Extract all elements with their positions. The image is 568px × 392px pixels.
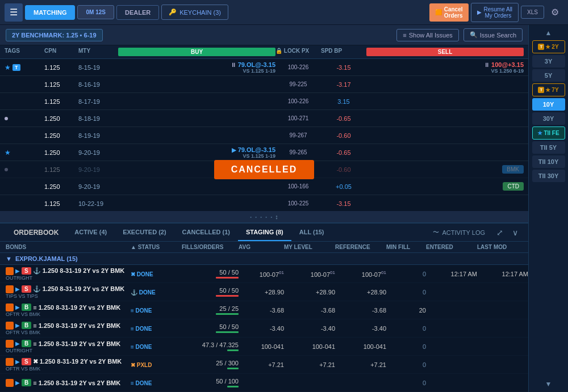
play-icon[interactable]: ▶ [15, 340, 20, 347]
tenor-7y-button[interactable]: T ★ 7Y [532, 83, 565, 96]
tenor-tiife-button[interactable]: ★ TII FE [532, 127, 565, 140]
reference-cell: -3.68 [335, 307, 386, 314]
play-icon[interactable]: ▶ [15, 286, 20, 292]
grid-row[interactable]: 1.125 8-17-19 100-226 3.15 [0, 93, 528, 110]
activity-icon: 〜 [433, 228, 439, 237]
play-icon[interactable]: ▶ [15, 359, 20, 365]
mty-cell: 8-17-19 [78, 98, 118, 105]
lock-cell: 99-267 [275, 132, 321, 138]
cancel-orders-button[interactable]: 🟧 CancelOrders [429, 3, 469, 22]
executed-tab[interactable]: EXECUTED (2) [115, 224, 174, 241]
avg-cell: -3.68 [239, 307, 284, 314]
matching-tab[interactable]: MATCHING [25, 5, 75, 20]
tenor-tii10y-button[interactable]: TII 10Y [532, 155, 565, 168]
scroll-up-icon[interactable]: ▲ [544, 27, 554, 39]
order-row[interactable]: ▶ B ≡ 1.250 8-31-19 2Y vs 2Y BMK OFTR VS… [0, 319, 528, 338]
spd-cell: -0.65 [321, 115, 366, 122]
lock-header: 🔒 LOCK PX [275, 48, 321, 56]
fills-cell: 50 / 100 [182, 378, 239, 387]
collapse-button[interactable]: ∨ [508, 225, 523, 241]
order-row[interactable]: ▶ S ⚓ 1.250 8-31-19 2Y vs 2Y BMK TIPS VS… [0, 283, 528, 301]
grid-row[interactable]: ★T 1.125 8-15-19 ⏸ 79.OL@-3.15VS 1.125 1… [0, 59, 528, 76]
buy-header: BUY [118, 48, 275, 56]
buy-badge: B [22, 304, 31, 311]
spd-cell: +0.05 [321, 183, 366, 190]
grid-row[interactable]: 1.125 8-16-19 99-225 -3.17 [0, 76, 528, 93]
benchmark-label: 2Y BENCHMARK: 1.25 • 6-19 [6, 29, 103, 41]
activity-log-button[interactable]: 〜 ACTIVITY LOG [426, 224, 492, 241]
cpn-cell: 1.125 [44, 64, 78, 71]
tenor-3y-button[interactable]: 3Y [532, 55, 565, 68]
all-tab[interactable]: ALL (15) [291, 224, 332, 241]
play-icon[interactable]: ▶ [15, 380, 20, 386]
star-teal-icon: ★ [537, 130, 542, 136]
staging-tab[interactable]: STAGING (8) [238, 224, 291, 241]
spd-cell: -3.17 [321, 81, 366, 88]
order-row[interactable]: ▶ B ≡ 1.250 8-31-19 2Y vs 2Y BMK ≡ DONE … [0, 374, 528, 392]
cpn-cell: 1.250 [44, 183, 78, 190]
key-icon: 🔑 [169, 9, 177, 16]
issue-search-button[interactable]: 🔍 Issue Search [463, 28, 523, 41]
spd-header: SPD BP [321, 48, 366, 56]
order-row[interactable]: ▶ B ≡ 1.250 8-31-19 2Y vs 2Y BMK OUTRIGH… [0, 338, 528, 356]
resume-orders-button[interactable]: ▶ Resume AllMy Orders [471, 3, 519, 22]
status-cell: ≡ DONE [131, 380, 182, 386]
orange-indicator [6, 304, 14, 311]
order-row[interactable]: ▶ S ⚓ 1.250 8-31-19 2Y vs 2Y BMK OUTRIGH… [0, 265, 528, 283]
ctd-button[interactable]: CTD [503, 182, 524, 191]
play-icon[interactable]: ▶ [15, 304, 20, 310]
cpn-cell: 1.250 [44, 149, 78, 156]
grid-row[interactable]: ★ 1.250 9-20-19 ▶ 79.OL@-3.15VS 1.125 1-… [0, 144, 528, 161]
spd-cell: -0.60 [321, 132, 366, 139]
show-all-issues-button[interactable]: ≡ Show All Issues [396, 29, 458, 41]
hamburger-menu[interactable]: ☰ [5, 3, 23, 22]
play-icon[interactable]: ▶ [15, 322, 20, 328]
orderbook-label: ORDERBOOK [6, 224, 66, 241]
mty-header: MTY [78, 48, 118, 56]
spd-cell: 3.15 [321, 98, 366, 105]
tenor-2y-label: 2Y [552, 44, 558, 50]
order-row[interactable]: ▶ S ✖ 1.250 8-31-19 2Y vs 2Y BMK OFTR VS… [0, 356, 528, 374]
orange-indicator [6, 358, 14, 366]
resize-handle[interactable]: • • • • • ↕ [0, 211, 528, 222]
grid-header: TAGS CPN MTY BUY 🔒 LOCK PX SPD BP SELL [0, 45, 528, 59]
settings-button[interactable]: ⚙ [546, 4, 563, 20]
lock-cell: 100-226 [275, 64, 321, 70]
scroll-down-icon[interactable]: ▼ [544, 378, 554, 390]
tenor-tii5y-button[interactable]: TII 5Y [532, 141, 565, 154]
lock-cell: 100-166 [275, 183, 321, 189]
grid-row[interactable]: 1.250 8-19-19 99-267 -0.60 [0, 127, 528, 144]
tenor-30y-label: 30Y [543, 115, 554, 122]
cancelled-tab[interactable]: CANCELLED (1) [174, 224, 238, 241]
tenor-10y-button[interactable]: 10Y [532, 98, 565, 111]
grid-row[interactable]: 1.125 10-22-19 100-225 -3.15 [0, 195, 528, 211]
xls-button[interactable]: XLS [521, 6, 544, 19]
grid-row[interactable]: 1.250 9-20-19 100-166 +0.05 CTD [0, 178, 528, 195]
avg-cell: +7.21 [239, 361, 284, 368]
status-cell: ≡ DONE [131, 325, 182, 332]
orange-indicator [6, 379, 14, 387]
star-gold-icon: ★ [545, 87, 550, 93]
avg-cell: 100-041 [239, 343, 284, 350]
play-icon[interactable]: ▶ [15, 268, 20, 274]
bond-info: ▶ B ≡ 1.250 8-31-19 2Y vs 2Y BMK OFTR VS… [6, 304, 131, 317]
order-row[interactable]: ▶ B ≡ 1.250 8-31-19 2Y vs 2Y BMK OFTR VS… [0, 301, 528, 319]
tenor-tii30y-button[interactable]: TII 30Y [532, 170, 565, 182]
row-icons: ▶ B ≡ 1.250 8-31-19 2Y vs 2Y BMK [6, 304, 131, 311]
tenor-2y-button[interactable]: T ★ 2Y [532, 40, 565, 53]
tenor-5y-button[interactable]: 5Y [532, 69, 565, 82]
timer-tab[interactable]: 0M 12S [77, 5, 114, 19]
buy-badge: B [22, 340, 31, 347]
tenor-5y-label: 5Y [545, 72, 552, 79]
keychain-tab[interactable]: 🔑 KEYCHAIN (3) [161, 5, 228, 20]
expand-icon: ▼ [6, 255, 12, 262]
active-tab[interactable]: ACTIVE (4) [66, 224, 115, 241]
sell-badge: S [22, 358, 31, 365]
tenor-30y-button[interactable]: 30Y [532, 112, 565, 125]
expand-button[interactable]: ⤢ [492, 225, 508, 241]
grid-row[interactable]: 1.250 8-18-19 100-271 -0.65 [0, 110, 528, 127]
dealer-tab[interactable]: DEALER [116, 5, 159, 20]
fills-cell: 50 / 50 [182, 323, 239, 333]
bond-info: ▶ S ⚓ 1.250 8-31-19 2Y vs 2Y BMK OUTRIGH… [6, 267, 131, 281]
status-col: ▲ STATUS [131, 244, 182, 250]
